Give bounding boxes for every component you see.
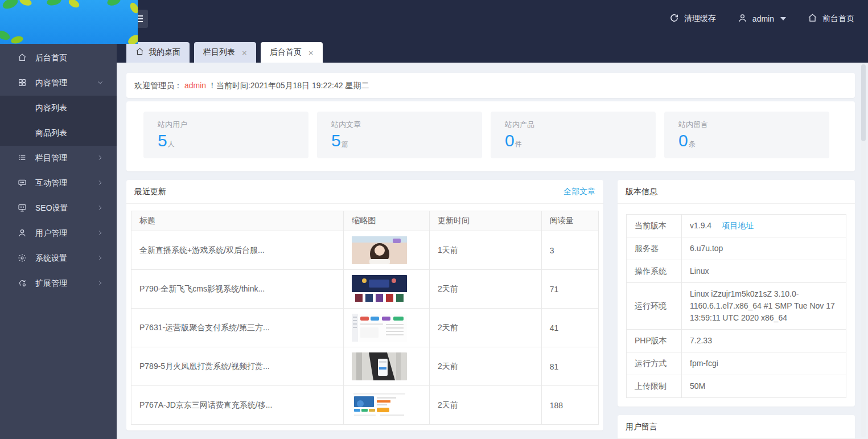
sidebar-item-system[interactable]: 系统设置	[0, 246, 117, 271]
stat-value: 0	[678, 131, 688, 150]
page-scrollbar[interactable]	[861, 64, 866, 437]
tab-label: 后台首页	[270, 47, 302, 58]
close-icon[interactable]: ×	[308, 48, 314, 57]
chevron-right-icon	[96, 229, 104, 239]
clear-cache-label: 清理缓存	[684, 14, 716, 24]
sidebar-item-label: SEO设置	[35, 203, 68, 214]
view-count: 41	[541, 309, 598, 347]
welcome-banner: 欢迎管理员： admin ！当前时间:2021年05月18日 19:22:42 …	[126, 73, 855, 98]
header-actions: 清理缓存 admin 前台首页	[669, 0, 854, 37]
chevron-right-icon	[96, 254, 104, 264]
top-header: 清理缓存 admin 前台首页	[0, 0, 868, 37]
stat-label: 站内文章	[331, 120, 482, 130]
home-icon	[808, 13, 817, 24]
article-title[interactable]: 全新直播系统+游戏系统/双后台服...	[131, 231, 344, 270]
article-title[interactable]: P767A-JD京东三网话费直充系统/移...	[131, 386, 344, 425]
table-row: P790-全新飞飞cms影视系统/think...2天前71	[131, 270, 599, 309]
version-row: 运行环境Linux iZzujr1m5k0z1sZ 3.10.0-1160.6.…	[627, 283, 846, 330]
stat-unit: 条	[689, 140, 696, 148]
tab-column-list[interactable]: 栏目列表×	[194, 42, 256, 63]
username-label: admin	[752, 14, 774, 23]
version-value: 7.2.33	[682, 330, 846, 352]
table-row: P7631-运营版聚合支付系统/第三方...2天前41	[131, 309, 599, 347]
sidebar-item-interact[interactable]: 互动管理	[0, 171, 117, 196]
view-count: 81	[541, 347, 598, 386]
table-row: P767A-JD京东三网话费直充系统/移...2天前188	[131, 386, 599, 425]
welcome-username: admin	[184, 81, 206, 90]
tab-bar: 我的桌面栏目列表×后台首页×	[117, 37, 868, 63]
sidebar-item-column[interactable]: 栏目管理	[0, 146, 117, 171]
home-icon	[135, 47, 144, 58]
thumbnail-image	[344, 309, 430, 347]
stat-unit: 人	[168, 140, 175, 148]
version-value: fpm-fcgi	[682, 352, 846, 375]
sidebar-item-user[interactable]: 用户管理	[0, 221, 117, 246]
project-link[interactable]: 项目地址	[722, 221, 754, 230]
version-label: 上传限制	[627, 375, 682, 398]
user-menu[interactable]: admin	[738, 13, 786, 24]
tab-label: 我的桌面	[149, 47, 180, 58]
sidebar-item-goods-list[interactable]: 商品列表	[0, 121, 117, 146]
close-icon[interactable]: ×	[242, 48, 247, 57]
tab-my-desktop[interactable]: 我的桌面	[126, 42, 190, 63]
refresh-icon	[669, 13, 679, 24]
version-info-title: 版本信息	[626, 187, 657, 197]
column-header: 标题	[131, 211, 344, 231]
stat-label: 站内用户	[158, 120, 308, 130]
sidebar-item-content[interactable]: 内容管理	[0, 71, 117, 96]
leaves-decoration	[0, 0, 138, 44]
gear-icon	[18, 253, 27, 264]
version-info-card: 版本信息 当前版本v1.9.4项目地址服务器6.u7u.top操作系统Linux…	[618, 180, 855, 407]
sidebar-subitem-label: 内容列表	[35, 103, 67, 113]
extension-icon	[18, 278, 27, 289]
sidebar-item-content-list[interactable]: 内容列表	[0, 96, 117, 121]
stat-unit: 篇	[342, 140, 348, 148]
version-row: 当前版本v1.9.4项目地址	[627, 215, 846, 237]
tab-label: 栏目列表	[203, 47, 235, 58]
chevron-right-icon	[96, 154, 104, 163]
sidebar-submenu-content: 内容列表商品列表	[0, 96, 117, 146]
chevron-right-icon	[96, 179, 104, 188]
update-time: 2天前	[429, 309, 541, 347]
table-row: P789-5月火凤凰打赏系统/视频打赏...2天前81	[131, 347, 599, 386]
thumbnail-image	[344, 347, 430, 386]
version-row: 服务器6.u7u.top	[627, 237, 846, 260]
sidebar-item-seo[interactable]: SEO设置	[0, 196, 117, 221]
article-title[interactable]: P789-5月火凤凰打赏系统/视频打赏...	[131, 347, 344, 386]
table-row: 全新直播系统+游戏系统/双后台服...1天前3	[131, 231, 599, 270]
stat-value: 0	[505, 131, 515, 150]
column-header: 缩略图	[344, 211, 430, 231]
version-value: Linux iZzujr1m5k0z1sZ 3.10.0-1160.6.1.el…	[682, 283, 846, 330]
stat-box-2: 站内产品0件	[491, 112, 656, 158]
user-messages-card: 用户留言	[618, 415, 855, 439]
article-title[interactable]: P7631-运营版聚合支付系统/第三方...	[131, 309, 344, 347]
list-icon	[18, 153, 27, 164]
stat-label: 站内产品	[505, 120, 656, 130]
sidebar-item-label: 系统设置	[35, 253, 67, 264]
sidebar-item-extend[interactable]: 扩展管理	[0, 271, 117, 296]
update-time: 2天前	[429, 347, 541, 386]
scrollbar-thumb[interactable]	[861, 64, 866, 141]
version-value: 6.u7u.top	[682, 237, 846, 260]
article-title[interactable]: P790-全新飞飞cms影视系统/think...	[131, 270, 344, 309]
thumbnail-image	[344, 270, 430, 309]
view-count: 71	[541, 270, 598, 309]
version-label: 运行方式	[627, 352, 682, 375]
sidebar: 后台首页内容管理内容列表商品列表栏目管理互动管理SEO设置用户管理系统设置扩展管…	[0, 37, 117, 439]
main-content: 欢迎管理员： admin ！当前时间:2021年05月18日 19:22:42 …	[117, 63, 868, 439]
user-icon	[18, 228, 27, 239]
sidebar-item-label: 用户管理	[35, 228, 67, 239]
clear-cache-button[interactable]: 清理缓存	[669, 13, 716, 24]
sidebar-item-label: 扩展管理	[35, 278, 67, 289]
all-articles-link[interactable]: 全部文章	[563, 187, 595, 197]
stat-label: 站内留言	[678, 120, 829, 130]
sidebar-item-home[interactable]: 后台首页	[0, 46, 117, 71]
welcome-suffix: ！当前时间:2021年05月18日 19:22:42 星期二	[208, 81, 369, 90]
view-count: 188	[541, 386, 598, 425]
front-home-link[interactable]: 前台首页	[808, 13, 854, 24]
update-time: 1天前	[429, 231, 541, 270]
chevron-down-icon	[780, 17, 786, 20]
tab-admin-home[interactable]: 后台首页×	[261, 42, 323, 63]
grid-icon	[18, 78, 27, 89]
stat-box-0: 站内用户5人	[143, 112, 308, 158]
